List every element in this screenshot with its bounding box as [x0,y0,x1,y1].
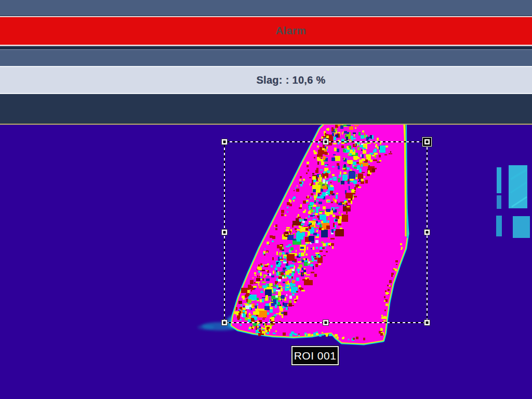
roi-resize-handle[interactable] [222,139,228,145]
roi-resize-handle[interactable] [323,320,329,326]
thermal-scene [0,125,532,399]
roi-resize-handle[interactable] [222,230,228,235]
header-stack: Alarm Slag: : 10,6 % [0,0,532,125]
window-top-bar [0,0,532,16]
thermal-image-area[interactable]: ROI 001 [0,125,532,399]
thermal-image-canvas[interactable] [0,125,532,399]
toolbar-strip [0,50,532,66]
roi-label[interactable]: ROI 001 [291,346,339,365]
slag-detection-app: Alarm Slag: : 10,6 % ROI 001 [0,0,532,399]
header-dark-bar [0,94,532,124]
roi-resize-handle[interactable] [424,320,430,326]
roi-resize-handle[interactable] [424,230,430,235]
roi-resize-handle[interactable] [323,139,329,145]
roi-handle-target[interactable] [422,137,432,147]
alarm-banner[interactable]: Alarm [0,17,532,45]
roi-resize-handle[interactable] [222,320,228,326]
slag-value-label: Slag: : 10,6 % [256,74,325,86]
roi-label-text: ROI 001 [294,350,337,362]
alarm-label: Alarm [275,25,306,37]
slag-status-bar: Slag: : 10,6 % [0,67,532,93]
